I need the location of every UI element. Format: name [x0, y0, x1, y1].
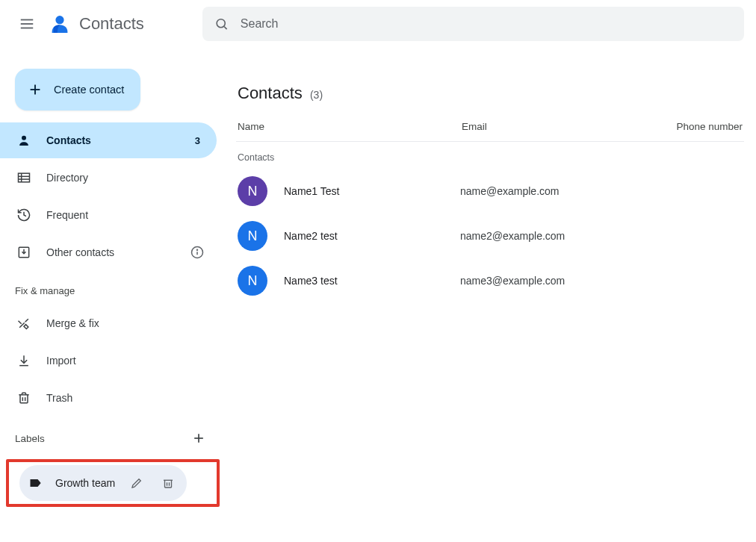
history-icon [16, 208, 31, 222]
sidebar-item-label: Merge & fix [46, 317, 205, 329]
contact-row[interactable]: NName2 testname2@example.com [236, 214, 744, 258]
sidebar-item-label: Frequent [46, 209, 205, 221]
svg-rect-9 [19, 173, 30, 182]
download-icon [16, 353, 31, 368]
search-input[interactable] [241, 17, 732, 31]
label-item-growth-team[interactable]: Growth team [19, 465, 187, 501]
app-brand[interactable]: Contacts [48, 12, 144, 36]
tools-icon [16, 316, 31, 331]
panel-title-text: Contacts [238, 84, 303, 102]
sidebar-item-contacts[interactable]: Contacts 3 [0, 122, 217, 158]
directory-icon [16, 170, 31, 185]
create-contact-button[interactable]: Create contact [15, 69, 140, 110]
person-icon [16, 133, 31, 148]
contact-email: name3@example.com [460, 275, 647, 287]
contact-row[interactable]: NName3 testname3@example.com [236, 258, 744, 303]
column-header-email[interactable]: Email [462, 121, 648, 132]
label-icon [28, 476, 43, 490]
trash-icon [16, 390, 31, 405]
sidebar-item-label: Trash [46, 392, 205, 404]
svg-point-3 [55, 16, 63, 24]
column-header-name[interactable]: Name [238, 121, 462, 132]
archive-icon [16, 245, 31, 260]
sidebar-item-merge-fix[interactable]: Merge & fix [0, 305, 217, 341]
plus-icon [27, 81, 43, 98]
contacts-count: 3 [195, 135, 205, 146]
sidebar-item-other-contacts[interactable]: Other contacts [0, 234, 217, 270]
svg-line-5 [224, 27, 226, 29]
sidebar-item-label: Contacts [46, 134, 182, 146]
avatar: N [238, 221, 267, 251]
avatar: N [238, 176, 267, 206]
svg-point-17 [197, 249, 198, 250]
annotation-highlight: Growth team [6, 459, 220, 507]
sidebar-item-import[interactable]: Import [0, 343, 217, 379]
fix-manage-title: Fix & manage [0, 272, 224, 304]
add-label-button[interactable] [191, 431, 206, 446]
search-icon [214, 16, 229, 31]
sidebar-item-label: Other contacts [46, 246, 176, 258]
info-icon[interactable] [190, 245, 205, 260]
contact-email: name2@example.com [460, 230, 647, 242]
contact-email: name@example.com [460, 185, 647, 197]
hamburger-icon [19, 16, 35, 32]
labels-title: Labels [15, 433, 45, 444]
contact-row[interactable]: NName1 Testname@example.com [236, 169, 744, 214]
topbar: Contacts [0, 0, 756, 48]
contacts-logo-icon [48, 12, 72, 36]
search-bar[interactable] [202, 7, 744, 41]
panel-title-count: (3) [310, 89, 323, 101]
table-header: Name Email Phone number [236, 106, 744, 142]
group-label: Contacts [236, 142, 744, 169]
main-menu-button[interactable] [12, 9, 42, 39]
edit-label-button[interactable] [127, 473, 146, 493]
delete-label-button[interactable] [158, 473, 178, 493]
contact-name: Name2 test [284, 230, 460, 242]
sidebar-item-directory[interactable]: Directory [0, 160, 217, 196]
contact-name: Name3 test [284, 275, 460, 287]
main-content: Contacts (3) Name Email Phone number Con… [224, 48, 756, 542]
trash-icon [161, 476, 175, 490]
svg-point-4 [217, 19, 225, 28]
contacts-panel: Contacts (3) Name Email Phone number Con… [230, 66, 750, 315]
app-title: Contacts [79, 14, 144, 34]
plus-icon [191, 431, 206, 446]
column-header-phone[interactable]: Phone number [648, 121, 743, 132]
create-contact-label: Create contact [54, 84, 124, 96]
svg-point-8 [22, 136, 26, 140]
sidebar-item-trash[interactable]: Trash [0, 380, 217, 416]
avatar: N [238, 266, 267, 296]
sidebar-item-label: Import [46, 355, 205, 367]
sidebar: Create contact Contacts 3 Directory Freq… [0, 48, 224, 542]
sidebar-item-frequent[interactable]: Frequent [0, 197, 217, 233]
contact-name: Name1 Test [284, 185, 460, 197]
pencil-icon [130, 476, 143, 490]
sidebar-item-label: Directory [46, 172, 205, 184]
label-item-text: Growth team [55, 477, 115, 489]
